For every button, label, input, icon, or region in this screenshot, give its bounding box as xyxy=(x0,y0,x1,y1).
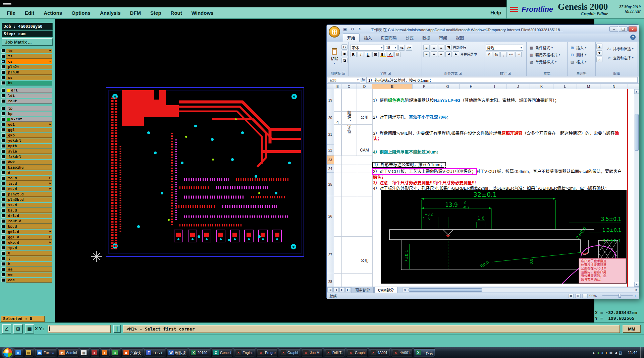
column-header[interactable]: B xyxy=(334,84,341,89)
fill-button[interactable]: ▼ xyxy=(596,50,602,56)
cells-menu-button[interactable]: ⊟删除▾ xyxy=(568,51,595,58)
layer-row[interactable]: aa xyxy=(1,267,52,272)
row-header[interactable]: 24 xyxy=(327,165,334,173)
ribbon-tab[interactable]: 插入 xyxy=(360,34,376,42)
increase-decimal-button[interactable]: +.0 xyxy=(508,52,514,57)
layer-name[interactable]: bs.d xyxy=(6,208,52,213)
task-button[interactable]: X 工作表... xyxy=(414,348,435,357)
maximize-button[interactable]: ▢ xyxy=(619,26,628,32)
prev-sheet-button[interactable]: ◀ xyxy=(333,287,339,292)
scroll-thumb[interactable] xyxy=(635,114,639,151)
tool-button[interactable]: ∠ xyxy=(2,324,11,334)
show-desktop-button[interactable] xyxy=(640,347,643,358)
column-header[interactable]: I xyxy=(483,84,506,89)
task-button[interactable]: ◩ Admini... xyxy=(57,348,79,357)
layer-name[interactable]: ts.d ▶ xyxy=(6,181,52,186)
first-sheet-button[interactable]: |◀ xyxy=(327,287,333,292)
layer-visibility-checkbox[interactable] xyxy=(1,214,5,218)
layer-visibility-checkbox[interactable] xyxy=(1,166,5,169)
percent-button[interactable]: % xyxy=(493,52,499,57)
worksheet[interactable]: 19202122232425262728 4 阻焊、字符 公用 CAM 公用 xyxy=(327,89,639,287)
task-button[interactable]: ▤ xyxy=(24,348,34,357)
layer-visibility-checkbox[interactable] xyxy=(1,278,5,282)
column-header[interactable]: L xyxy=(553,84,577,89)
tray-icon[interactable]: ● xyxy=(597,351,599,355)
layer-row[interactable]: gko xyxy=(1,133,52,138)
column-header[interactable]: N xyxy=(600,84,628,89)
layer-row[interactable]: eee xyxy=(1,278,52,283)
layer-name[interactable]: pln3b.d xyxy=(6,197,52,202)
layer-name[interactable]: ss.d xyxy=(6,203,52,207)
increase-indent-button[interactable]: ▶ xyxy=(453,51,459,57)
layer-row[interactable]: b xyxy=(1,261,52,266)
phonetic-button[interactable]: 拼 xyxy=(394,52,401,57)
layer-row[interactable]: npth xyxy=(1,143,52,148)
layer-visibility-checkbox[interactable] xyxy=(1,76,5,79)
layer-visibility-checkbox[interactable] xyxy=(1,150,5,153)
xy-input[interactable] xyxy=(48,325,111,333)
edit-menu-button[interactable]: A↓排序和筛选▾ xyxy=(605,44,637,53)
layer-visibility-checkbox[interactable] xyxy=(1,257,5,260)
style-menu-button[interactable]: ▦条件格式▾ xyxy=(527,44,567,51)
layer-row[interactable]: bp xyxy=(1,111,52,116)
layer-name[interactable]: rout.d xyxy=(6,219,52,224)
tray-icon[interactable]: 拼 xyxy=(619,350,623,355)
layer-visibility-checkbox[interactable] xyxy=(1,208,5,212)
selected-cell-e23[interactable]: 1）外形未标注公差时，按+/-0.1mm； xyxy=(373,162,626,168)
scroll-up-icon[interactable]: ▲ xyxy=(634,89,639,94)
column-header[interactable]: H xyxy=(460,84,483,89)
zoom-slider[interactable] xyxy=(602,295,633,296)
layer-name[interactable]: pln3b xyxy=(6,70,52,75)
row-header[interactable]: 25 xyxy=(327,173,334,196)
layer-name[interactable]: ydkdrl xyxy=(6,138,52,143)
sheet-tab[interactable]: CAM部分 xyxy=(374,287,397,293)
font-size-combo[interactable]: 18▾ xyxy=(385,45,397,51)
layer-name[interactable]: dwk xyxy=(6,160,52,165)
layer-row[interactable]: ts.d ▶ xyxy=(1,181,52,186)
layer-row[interactable]: rout xyxy=(1,99,52,104)
menu-item[interactable]: DFM xyxy=(130,10,141,16)
ribbon-tab[interactable]: 审阅 xyxy=(435,34,451,42)
layer-name[interactable]: gd1 ▶ xyxy=(6,122,52,127)
layer-name[interactable]: d xyxy=(6,171,52,175)
layer-row[interactable]: t xyxy=(1,256,52,261)
layer-row[interactable]: tp.d xyxy=(1,245,52,250)
minimize-button[interactable]: – xyxy=(609,26,618,32)
layer-row[interactable]: d xyxy=(1,170,52,175)
layer-row[interactable]: biaozhu xyxy=(1,165,52,170)
align-right-button[interactable]: ≡ xyxy=(438,51,444,57)
cells-menu-button[interactable]: ⊞插入▾ xyxy=(568,44,595,51)
layer-row[interactable]: cs.d ▶ xyxy=(1,186,52,191)
layer-visibility-checkbox[interactable] xyxy=(1,133,5,137)
layer-name[interactable]: t xyxy=(6,256,52,261)
layer-row[interactable]: drl.d xyxy=(1,213,52,218)
job-field[interactable]: Job : 4a0010uya0 xyxy=(2,23,53,30)
zoom-out-button[interactable]: − xyxy=(598,294,600,298)
layer-name[interactable]: b xyxy=(6,262,52,266)
layer-row[interactable]: ss xyxy=(1,75,52,80)
grow-font-button[interactable]: A▴ xyxy=(398,45,405,51)
dialog-launcher-icon[interactable]: ◢ xyxy=(342,72,345,75)
column-header[interactable]: K xyxy=(530,84,553,89)
layer-row[interactable]: v-cut xyxy=(1,117,52,122)
layer-row[interactable]: ts xyxy=(1,54,52,59)
cam-line-3[interactable]: 3）注意：每个尺寸务必要测量!!!每个尺寸务必要测量!!! xyxy=(373,180,626,186)
ribbon-tab[interactable]: 页面布局 xyxy=(376,34,401,42)
layer-visibility-checkbox[interactable] xyxy=(1,60,5,63)
layer-name[interactable]: bs xyxy=(6,81,52,85)
cell-zone-top[interactable]: 公用 xyxy=(357,89,372,145)
layer-name[interactable]: to.d ▶ xyxy=(6,176,52,181)
dialog-launcher-icon[interactable]: ◢ xyxy=(459,72,462,75)
layer-name[interactable]: 0 xyxy=(6,251,52,256)
menu-item[interactable]: Options xyxy=(71,10,91,16)
layer-visibility-checkbox[interactable] xyxy=(1,107,5,110)
dialog-launcher-icon[interactable]: ◢ xyxy=(508,72,511,75)
normal-view-button[interactable]: ▦ xyxy=(568,294,574,298)
layer-name[interactable]: gg1.d ▶ xyxy=(6,235,52,240)
column-header[interactable]: E xyxy=(372,84,413,89)
layer-visibility-checkbox[interactable] xyxy=(1,171,5,175)
menu-item[interactable]: Analysis xyxy=(100,10,121,16)
menu-item[interactable]: Step xyxy=(150,10,161,16)
layer-row[interactable]: gg1 xyxy=(1,127,52,132)
next-sheet-button[interactable]: ▶ xyxy=(339,287,345,292)
